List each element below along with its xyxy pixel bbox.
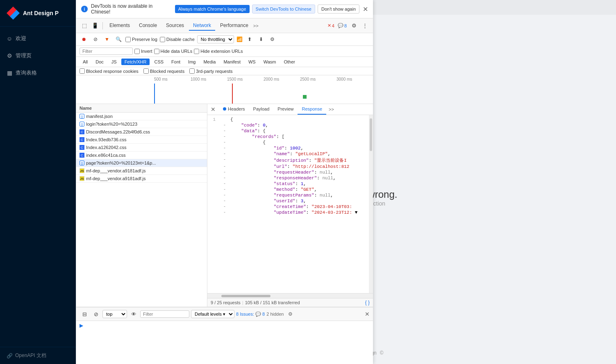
hide-extension-urls-checkbox[interactable]: Hide extension URLs <box>194 49 243 54</box>
type-btn-wasm[interactable]: Wasm <box>260 59 280 65</box>
network-list-header: Name <box>76 104 207 113</box>
type-btn-media[interactable]: Media <box>200 59 219 65</box>
download-icon[interactable]: ⬇ <box>257 35 266 44</box>
json-icon: {} <box>80 114 84 119</box>
tab-performance[interactable]: Performance <box>216 21 252 31</box>
hide-data-urls-checkbox[interactable]: Hide data URLs <box>154 49 193 54</box>
horizontal-scroll-thumb <box>221 295 270 297</box>
sidebar-item-welcome[interactable]: ☺ 欢迎 <box>0 30 76 47</box>
type-btn-doc[interactable]: Doc <box>92 59 107 65</box>
search-icon[interactable]: 🔍 <box>114 35 123 44</box>
tab-console[interactable]: Console <box>135 21 161 31</box>
type-btn-other[interactable]: Other <box>280 59 298 65</box>
css-icon: C <box>80 137 84 142</box>
type-btn-manifest[interactable]: Manifest <box>220 59 244 65</box>
json-horizontal-scrollbar[interactable] <box>207 293 373 298</box>
filter-input[interactable] <box>80 47 133 55</box>
timeline-green-block <box>303 95 307 99</box>
response-tabs: ✕ Headers Payload Preview Response >> <box>207 104 373 115</box>
switch-chinese-button[interactable]: Switch DevTools to Chinese <box>252 5 315 14</box>
link-icon: 🔗 <box>7 353 13 359</box>
network-item-index-css2[interactable]: C Index.a1262042.css <box>76 144 207 151</box>
network-item-name: mf-dep___vendor.a9181adf.js <box>86 176 204 181</box>
json-line-3: - "data": { <box>207 128 369 134</box>
tab-sources[interactable]: Sources <box>162 21 188 31</box>
disable-cache-checkbox[interactable]: Disable cache <box>160 37 195 42</box>
logo-icon <box>7 7 20 20</box>
invert-checkbox[interactable]: Invert <box>134 49 152 54</box>
filter-bar: Invert Hide data URLs Hide extension URL… <box>76 46 373 57</box>
third-party-requests-checkbox[interactable]: 3rd-party requests <box>189 68 232 74</box>
preserve-log-checkbox[interactable]: Preserve log <box>125 37 157 42</box>
notification-close-button[interactable]: ✕ <box>363 5 368 13</box>
sidebar-item-table[interactable]: ▦ 查询表格 <box>0 64 76 81</box>
network-settings-icon[interactable]: ⚙ <box>268 35 277 44</box>
clear-button[interactable]: ⊘ <box>91 35 100 44</box>
chat-icon: 💬 <box>338 23 343 28</box>
type-btn-css[interactable]: CSS <box>151 59 167 65</box>
wifi-icon[interactable]: 📶 <box>236 36 243 42</box>
admin-icon: ⚙ <box>7 53 12 59</box>
timeline-bar-blue <box>154 94 155 104</box>
tab-elements[interactable]: Elements <box>105 21 134 31</box>
json-line-13: - "method": "GET", <box>207 187 369 192</box>
more-options-icon[interactable]: ⋮ <box>360 21 370 31</box>
timeline-area <box>152 84 373 104</box>
response-scrollbar[interactable] <box>369 115 373 293</box>
blocked-requests-checkbox[interactable]: Blocked requests <box>143 68 184 74</box>
console-level-select[interactable]: Default levels ▾ <box>191 310 234 318</box>
network-item-manifest[interactable]: {} manifest.json <box>76 113 207 120</box>
sidebar-item-admin[interactable]: ⚙ 管理页 <box>0 47 76 64</box>
upload-icon[interactable]: ⬆ <box>245 35 254 44</box>
console-toolbar: ⊟ ⊘ top 👁 Default levels ▾ 8 Issues: 💬 8… <box>76 307 373 321</box>
type-btn-fetch-xhr[interactable]: Fetch/XHR <box>121 59 150 65</box>
json-format-icon[interactable]: { } <box>365 300 370 305</box>
network-item-page-selected[interactable]: {} page?token%20=%20123¤t=1&p... <box>76 159 207 167</box>
console-close-button[interactable]: ✕ <box>365 311 370 317</box>
console-filter-input[interactable] <box>140 310 189 318</box>
info-count-badge: 💬 8 <box>338 23 347 28</box>
network-item-vendor-js1[interactable]: JS mf-dep___vendor.a9181adf.js <box>76 167 207 175</box>
network-item-index-css3[interactable]: C index.e86c41ca.css <box>76 151 207 159</box>
console-settings-icon[interactable]: ⚙ <box>285 309 295 319</box>
hide-data-urls-label: Hide data URLs <box>161 49 193 54</box>
type-btn-font[interactable]: Font <box>168 59 184 65</box>
network-item-discord-css[interactable]: C DiscordMessages.22b4f0d6.css <box>76 128 207 136</box>
response-close-button[interactable]: ✕ <box>211 106 216 113</box>
dont-show-again-button[interactable]: Don't show again <box>318 5 359 14</box>
tab-payload[interactable]: Payload <box>249 104 274 115</box>
network-item-login[interactable]: {} login?token%20=%20123 <box>76 120 207 128</box>
device-toolbar-icon[interactable]: 📱 <box>90 21 100 31</box>
type-btn-all[interactable]: All <box>80 59 91 65</box>
json-viewer[interactable]: 1 { - "code": 0, - "data" <box>207 115 369 293</box>
sidebar-item-label: 管理页 <box>16 52 32 59</box>
blocked-requests-label: Blocked requests <box>150 69 184 74</box>
console-expand-icon[interactable]: ▶ <box>80 323 83 328</box>
inspect-element-icon[interactable]: ⬚ <box>80 21 89 31</box>
console-eye-icon[interactable]: 👁 <box>129 309 139 319</box>
throttle-select[interactable]: No throttling <box>197 35 234 43</box>
tab-preview[interactable]: Preview <box>273 104 298 115</box>
type-btn-ws[interactable]: WS <box>245 59 259 65</box>
openapi-link[interactable]: 🔗 OpenAPI 文档 <box>7 352 69 359</box>
console-sidebar-icon[interactable]: ⊟ <box>80 309 89 319</box>
logo-text: Ant Design P <box>23 10 59 16</box>
blue-dot-icon <box>223 107 226 111</box>
console-context-select[interactable]: top <box>102 310 127 318</box>
type-btn-img[interactable]: Img <box>185 59 199 65</box>
tab-network[interactable]: Network <box>189 21 215 31</box>
blocked-cookies-checkbox[interactable]: Blocked response cookies <box>80 68 139 74</box>
record-stop-button[interactable]: ⏺ <box>80 35 89 44</box>
console-ban-icon[interactable]: ⊘ <box>91 309 101 319</box>
type-btn-js[interactable]: JS <box>108 59 120 65</box>
settings-icon[interactable]: ⚙ <box>349 21 359 31</box>
more-tabs-button[interactable]: >> <box>253 23 259 28</box>
tab-headers[interactable]: Headers <box>219 104 249 115</box>
filter-icon[interactable]: ▼ <box>102 35 111 44</box>
tab-response[interactable]: Response <box>298 104 326 115</box>
network-item-index-css1[interactable]: C Index.93edb736.css <box>76 136 207 144</box>
network-item-vendor-js2[interactable]: JS mf-dep___vendor.a9181adf.js <box>76 175 207 183</box>
response-more-tabs[interactable]: >> <box>326 104 336 114</box>
network-item-name: Index.93edb736.css <box>86 137 204 142</box>
match-language-button[interactable]: Always match Chrome's language <box>175 5 250 13</box>
